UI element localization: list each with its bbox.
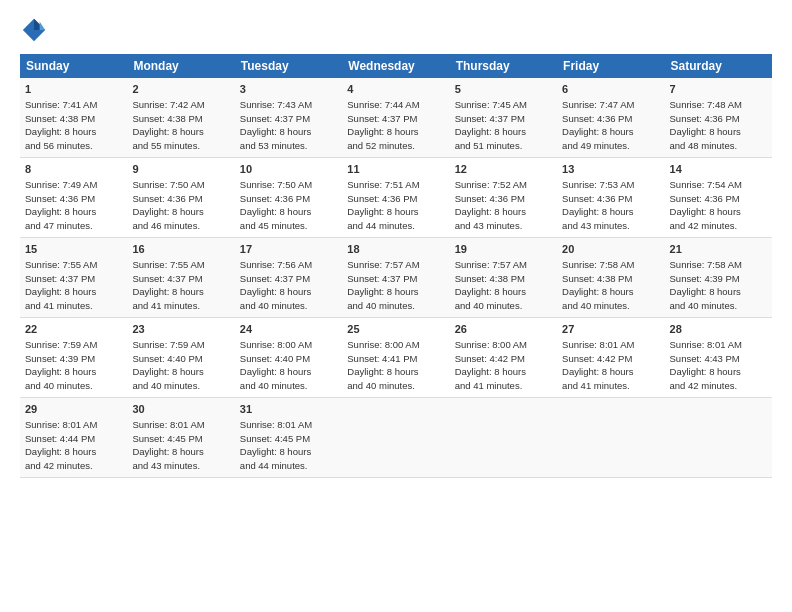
daylight-info: Daylight: 8 hoursand 45 minutes. [240, 206, 311, 231]
sunset-info: Sunset: 4:39 PM [25, 353, 95, 364]
sunrise-info: Sunrise: 7:55 AM [132, 259, 204, 270]
calendar-cell: 6Sunrise: 7:47 AMSunset: 4:36 PMDaylight… [557, 78, 664, 158]
day-number: 13 [562, 162, 659, 178]
calendar-cell: 12Sunrise: 7:52 AMSunset: 4:36 PMDayligh… [450, 158, 557, 238]
header [20, 16, 772, 44]
calendar-cell: 7Sunrise: 7:48 AMSunset: 4:36 PMDaylight… [665, 78, 772, 158]
daylight-info: Daylight: 8 hoursand 40 minutes. [347, 366, 418, 391]
sunrise-info: Sunrise: 7:52 AM [455, 179, 527, 190]
sunset-info: Sunset: 4:38 PM [132, 113, 202, 124]
sunset-info: Sunset: 4:38 PM [562, 273, 632, 284]
calendar-cell [342, 398, 449, 478]
sunset-info: Sunset: 4:37 PM [25, 273, 95, 284]
sunrise-info: Sunrise: 7:48 AM [670, 99, 742, 110]
page: Sunday Monday Tuesday Wednesday Thursday… [0, 0, 792, 612]
sunset-info: Sunset: 4:37 PM [240, 273, 310, 284]
sunrise-info: Sunrise: 7:41 AM [25, 99, 97, 110]
sunset-info: Sunset: 4:39 PM [670, 273, 740, 284]
sunset-info: Sunset: 4:36 PM [455, 193, 525, 204]
sunrise-info: Sunrise: 7:43 AM [240, 99, 312, 110]
sunrise-info: Sunrise: 8:01 AM [25, 419, 97, 430]
daylight-info: Daylight: 8 hoursand 55 minutes. [132, 126, 203, 151]
sunrise-info: Sunrise: 8:01 AM [670, 339, 742, 350]
daylight-info: Daylight: 8 hoursand 56 minutes. [25, 126, 96, 151]
calendar-cell: 24Sunrise: 8:00 AMSunset: 4:40 PMDayligh… [235, 318, 342, 398]
day-number: 30 [132, 402, 229, 418]
sunrise-info: Sunrise: 7:59 AM [25, 339, 97, 350]
day-number: 1 [25, 82, 122, 98]
sunrise-info: Sunrise: 7:50 AM [240, 179, 312, 190]
calendar-cell: 10Sunrise: 7:50 AMSunset: 4:36 PMDayligh… [235, 158, 342, 238]
calendar-cell: 3Sunrise: 7:43 AMSunset: 4:37 PMDaylight… [235, 78, 342, 158]
week-row: 15Sunrise: 7:55 AMSunset: 4:37 PMDayligh… [20, 238, 772, 318]
calendar-cell: 1Sunrise: 7:41 AMSunset: 4:38 PMDaylight… [20, 78, 127, 158]
day-number: 12 [455, 162, 552, 178]
daylight-info: Daylight: 8 hoursand 41 minutes. [132, 286, 203, 311]
svg-marker-2 [40, 22, 46, 30]
day-number: 18 [347, 242, 444, 258]
calendar-cell: 15Sunrise: 7:55 AMSunset: 4:37 PMDayligh… [20, 238, 127, 318]
col-wednesday: Wednesday [342, 54, 449, 78]
col-thursday: Thursday [450, 54, 557, 78]
day-number: 9 [132, 162, 229, 178]
daylight-info: Daylight: 8 hoursand 41 minutes. [25, 286, 96, 311]
sunset-info: Sunset: 4:36 PM [562, 113, 632, 124]
calendar-cell [665, 398, 772, 478]
calendar-cell: 9Sunrise: 7:50 AMSunset: 4:36 PMDaylight… [127, 158, 234, 238]
day-number: 29 [25, 402, 122, 418]
daylight-info: Daylight: 8 hoursand 42 minutes. [25, 446, 96, 471]
daylight-info: Daylight: 8 hoursand 43 minutes. [132, 446, 203, 471]
day-number: 22 [25, 322, 122, 338]
sunset-info: Sunset: 4:42 PM [455, 353, 525, 364]
day-number: 8 [25, 162, 122, 178]
day-number: 23 [132, 322, 229, 338]
calendar-cell: 5Sunrise: 7:45 AMSunset: 4:37 PMDaylight… [450, 78, 557, 158]
daylight-info: Daylight: 8 hoursand 49 minutes. [562, 126, 633, 151]
daylight-info: Daylight: 8 hoursand 51 minutes. [455, 126, 526, 151]
calendar-cell: 26Sunrise: 8:00 AMSunset: 4:42 PMDayligh… [450, 318, 557, 398]
day-number: 21 [670, 242, 767, 258]
day-number: 25 [347, 322, 444, 338]
calendar-cell: 21Sunrise: 7:58 AMSunset: 4:39 PMDayligh… [665, 238, 772, 318]
calendar-cell [557, 398, 664, 478]
sunset-info: Sunset: 4:40 PM [132, 353, 202, 364]
col-saturday: Saturday [665, 54, 772, 78]
sunrise-info: Sunrise: 7:58 AM [670, 259, 742, 270]
week-row: 29Sunrise: 8:01 AMSunset: 4:44 PMDayligh… [20, 398, 772, 478]
calendar-cell: 14Sunrise: 7:54 AMSunset: 4:36 PMDayligh… [665, 158, 772, 238]
daylight-info: Daylight: 8 hoursand 41 minutes. [562, 366, 633, 391]
day-number: 27 [562, 322, 659, 338]
sunset-info: Sunset: 4:37 PM [347, 113, 417, 124]
sunset-info: Sunset: 4:37 PM [240, 113, 310, 124]
daylight-info: Daylight: 8 hoursand 41 minutes. [455, 366, 526, 391]
calendar-cell: 20Sunrise: 7:58 AMSunset: 4:38 PMDayligh… [557, 238, 664, 318]
sunrise-info: Sunrise: 7:58 AM [562, 259, 634, 270]
sunset-info: Sunset: 4:42 PM [562, 353, 632, 364]
sunrise-info: Sunrise: 7:47 AM [562, 99, 634, 110]
sunset-info: Sunset: 4:43 PM [670, 353, 740, 364]
sunset-info: Sunset: 4:40 PM [240, 353, 310, 364]
sunset-info: Sunset: 4:45 PM [132, 433, 202, 444]
calendar-cell: 31Sunrise: 8:01 AMSunset: 4:45 PMDayligh… [235, 398, 342, 478]
calendar-cell: 2Sunrise: 7:42 AMSunset: 4:38 PMDaylight… [127, 78, 234, 158]
col-monday: Monday [127, 54, 234, 78]
sunset-info: Sunset: 4:36 PM [132, 193, 202, 204]
calendar-cell: 27Sunrise: 8:01 AMSunset: 4:42 PMDayligh… [557, 318, 664, 398]
day-number: 19 [455, 242, 552, 258]
sunrise-info: Sunrise: 7:49 AM [25, 179, 97, 190]
day-number: 4 [347, 82, 444, 98]
day-number: 20 [562, 242, 659, 258]
calendar-cell: 30Sunrise: 8:01 AMSunset: 4:45 PMDayligh… [127, 398, 234, 478]
week-row: 1Sunrise: 7:41 AMSunset: 4:38 PMDaylight… [20, 78, 772, 158]
calendar-cell: 22Sunrise: 7:59 AMSunset: 4:39 PMDayligh… [20, 318, 127, 398]
sunset-info: Sunset: 4:36 PM [670, 113, 740, 124]
day-number: 6 [562, 82, 659, 98]
week-row: 8Sunrise: 7:49 AMSunset: 4:36 PMDaylight… [20, 158, 772, 238]
sunrise-info: Sunrise: 7:44 AM [347, 99, 419, 110]
sunrise-info: Sunrise: 7:51 AM [347, 179, 419, 190]
sunrise-info: Sunrise: 8:00 AM [455, 339, 527, 350]
calendar-cell: 28Sunrise: 8:01 AMSunset: 4:43 PMDayligh… [665, 318, 772, 398]
col-friday: Friday [557, 54, 664, 78]
week-row: 22Sunrise: 7:59 AMSunset: 4:39 PMDayligh… [20, 318, 772, 398]
daylight-info: Daylight: 8 hoursand 40 minutes. [132, 366, 203, 391]
